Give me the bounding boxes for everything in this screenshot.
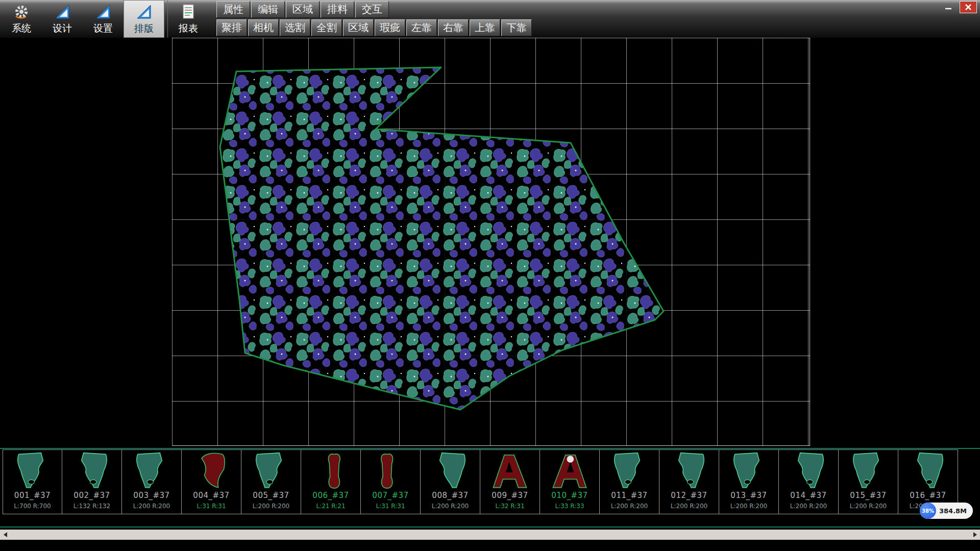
piece-name: 010_#37 bbox=[551, 491, 587, 500]
menu-item-zone[interactable]: 区域 bbox=[343, 19, 374, 36]
piece-name: 007_#37 bbox=[372, 491, 408, 500]
leather-hide-drawing bbox=[0, 38, 980, 448]
piece-shape bbox=[126, 452, 177, 490]
piece-thumbnails-row: 001_#37 L:700 R:700 002_#37 L:132 R:132 … bbox=[3, 449, 958, 514]
piece-thumbnail-cell[interactable]: 011_#37 L:200 R:200 bbox=[600, 449, 659, 514]
piece-lr-count: L:21 R:21 bbox=[316, 503, 345, 510]
piece-thumbnail-cell[interactable]: 015_#37 L:200 R:200 bbox=[839, 449, 898, 514]
scroll-left-arrow[interactable] bbox=[0, 530, 10, 540]
piece-lr-count: L:200 R:200 bbox=[611, 503, 648, 510]
piece-name: 015_#37 bbox=[850, 491, 886, 500]
piece-shape bbox=[186, 452, 237, 490]
menu-item-cut-all[interactable]: 全割 bbox=[311, 19, 342, 36]
piece-thumbnail-cell[interactable]: 004_#37 L:31 R:31 bbox=[182, 449, 241, 514]
menu-item-align-top[interactable]: 上靠 bbox=[470, 19, 500, 36]
piece-thumbnail-cell[interactable]: 009_#37 L:32 R:31 bbox=[480, 449, 540, 514]
menu-item-edit[interactable]: 编辑 bbox=[251, 1, 285, 18]
settings-label: 设置 bbox=[93, 22, 113, 35]
piece-name: 008_#37 bbox=[432, 491, 468, 500]
piece-thumbnail-cell[interactable]: 012_#37 L:200 R:200 bbox=[659, 449, 719, 514]
piece-thumbnail-cell[interactable]: 013_#37 L:200 R:200 bbox=[719, 449, 779, 514]
piece-lr-count: L:200 R:200 bbox=[432, 503, 469, 510]
piece-lr-count: L:33 R:33 bbox=[555, 503, 584, 510]
menu-item-defect[interactable]: 瑕疵 bbox=[375, 19, 405, 36]
window-controls bbox=[940, 1, 977, 13]
piece-thumbnail-cell[interactable]: 007_#37 L:31 R:31 bbox=[361, 449, 421, 514]
piece-shape bbox=[246, 452, 297, 490]
piece-thumbnail-cell[interactable]: 005_#37 L:200 R:200 bbox=[241, 449, 301, 514]
nesting-label: 排版 bbox=[134, 22, 154, 35]
piece-shape bbox=[723, 452, 774, 490]
piece-shape bbox=[604, 452, 655, 490]
system-label: 系统 bbox=[12, 22, 31, 35]
piece-name: 006_#37 bbox=[312, 491, 349, 500]
report-label: 报表 bbox=[179, 22, 198, 35]
piece-thumbnail-cell[interactable]: 001_#37 L:700 R:700 bbox=[3, 449, 62, 514]
layout-icon bbox=[135, 3, 153, 20]
menu-item-align-left[interactable]: 左靠 bbox=[406, 19, 437, 36]
gear-icon bbox=[13, 3, 30, 20]
piece-name: 004_#37 bbox=[193, 491, 229, 500]
minimize-button[interactable] bbox=[940, 1, 957, 12]
piece-lr-count: L:31 R:31 bbox=[376, 503, 405, 510]
piece-shape bbox=[664, 452, 715, 490]
horizontal-scrollbar[interactable] bbox=[0, 530, 980, 540]
memory-usage-text: 384.8M bbox=[939, 507, 967, 515]
right-triangle-icon bbox=[973, 532, 977, 537]
piece-name: 013_#37 bbox=[730, 491, 767, 500]
piece-shape bbox=[7, 452, 58, 490]
piece-thumbnail-cell[interactable]: 003_#37 L:200 R:200 bbox=[122, 449, 182, 514]
menu-item-align-right[interactable]: 右靠 bbox=[438, 19, 469, 36]
menu-row-2: 聚排 相机 选割 全割 区域 瑕疵 左靠 右靠 上靠 下靠 bbox=[216, 19, 532, 36]
scroll-right-arrow[interactable] bbox=[970, 530, 980, 540]
menu-row-1: 属性 编辑 区域 排料 交互 bbox=[216, 1, 532, 18]
piece-name: 014_#37 bbox=[790, 491, 826, 500]
menu-item-camera[interactable]: 相机 bbox=[248, 19, 279, 36]
piece-shape bbox=[902, 452, 953, 490]
menu-item-region[interactable]: 区域 bbox=[286, 1, 320, 18]
title-and-toolbar: 系统 设计 设置 排版 bbox=[0, 0, 980, 38]
piece-name: 016_#37 bbox=[910, 491, 946, 500]
piece-name: 011_#37 bbox=[611, 491, 647, 500]
design-button[interactable]: 设计 bbox=[42, 0, 83, 38]
piece-shape bbox=[484, 452, 535, 490]
progress-circle: 38% bbox=[920, 503, 936, 519]
menu-item-properties[interactable]: 属性 bbox=[216, 1, 250, 18]
piece-thumbnail-cell[interactable]: 008_#37 L:200 R:200 bbox=[421, 449, 480, 514]
piece-name: 012_#37 bbox=[671, 491, 707, 500]
piece-name: 003_#37 bbox=[133, 491, 169, 500]
settings-button[interactable]: 设置 bbox=[83, 0, 124, 38]
design-label: 设计 bbox=[53, 22, 72, 35]
pieces-strip: 001_#37 L:700 R:700 002_#37 L:132 R:132 … bbox=[0, 448, 980, 528]
piece-shape bbox=[843, 452, 894, 490]
piece-thumbnail-cell[interactable]: 006_#37 L:21 R:21 bbox=[301, 449, 361, 514]
system-button[interactable]: 系统 bbox=[1, 0, 42, 38]
hide-outline-polygon bbox=[220, 67, 664, 410]
close-icon bbox=[964, 4, 972, 11]
piece-shape bbox=[305, 452, 356, 490]
piece-thumbnail-cell[interactable]: 002_#37 L:132 R:132 bbox=[62, 449, 122, 514]
design-icon bbox=[54, 3, 71, 20]
menu-item-cluster-nest[interactable]: 聚排 bbox=[216, 19, 247, 36]
close-button[interactable] bbox=[960, 1, 977, 13]
piece-shape bbox=[783, 452, 834, 490]
piece-name: 005_#37 bbox=[253, 491, 289, 500]
menu-item-select-cut[interactable]: 选割 bbox=[280, 19, 310, 36]
nesting-canvas[interactable] bbox=[0, 38, 980, 448]
piece-name: 001_#37 bbox=[14, 491, 51, 500]
report-icon bbox=[180, 3, 197, 20]
menu-item-interaction[interactable]: 交互 bbox=[355, 1, 389, 18]
piece-thumbnail-cell[interactable]: 010_#37 L:33 R:33 bbox=[540, 449, 600, 514]
menu-item-align-bottom[interactable]: 下靠 bbox=[501, 19, 532, 36]
menu-item-nesting[interactable]: 排料 bbox=[321, 1, 354, 18]
piece-thumbnail-cell[interactable]: 014_#37 L:200 R:200 bbox=[779, 449, 839, 514]
memory-badge: 38% 384.8M bbox=[920, 503, 973, 519]
report-button[interactable]: 报表 bbox=[167, 0, 209, 38]
nesting-button[interactable]: 排版 bbox=[124, 0, 164, 38]
piece-shape bbox=[365, 452, 416, 490]
piece-lr-count: L:200 R:200 bbox=[133, 503, 170, 510]
piece-lr-count: L:200 R:200 bbox=[253, 503, 289, 510]
strip-bottom-line bbox=[0, 527, 980, 528]
piece-lr-count: L:200 R:200 bbox=[730, 503, 767, 510]
piece-name: 002_#37 bbox=[74, 491, 110, 500]
